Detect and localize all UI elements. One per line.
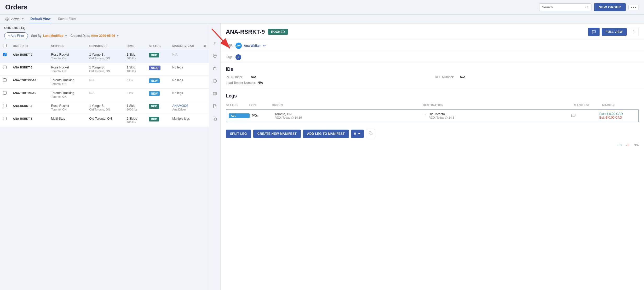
dims-weight: 500 lbs [127,57,136,60]
load-tender-value: N/A [258,81,263,85]
app-title: Orders [5,3,27,11]
consignee-name: 1 Yonge St [89,104,104,108]
created-chevron-icon: ▼ [117,34,119,37]
svg-point-4 [214,55,215,56]
po-label: PO Number: [226,75,249,79]
copy-leg-button[interactable] [366,129,375,138]
status-badge: BOOKED [268,29,288,35]
row-checkbox[interactable] [3,117,7,120]
order-header-right: FULL VIEW [588,28,639,36]
csr-name[interactable]: Ana Walker [244,44,261,48]
total-na: N/A [634,143,639,147]
sidebar-hash-icon[interactable]: # [211,39,219,48]
order-header-left: ANA-RSRKT-9 BOOKED [226,28,288,35]
manifest-link[interactable]: ANAM0008 [172,104,188,108]
legs-column-headers: STATUS TYPE ORIGIN DESTINATION MANIFEST … [226,102,639,108]
comment-button[interactable] [588,28,600,36]
row-checkbox[interactable] [3,53,7,56]
ref-label: REF Number: [435,75,458,79]
sidebar-location-icon[interactable] [211,52,219,60]
more-vertical-icon [632,30,636,34]
table-row[interactable]: ANA-RSRKT-8 Rose Rocket Toronto, ON 1 Yo… [0,63,209,76]
consignee-name: 1 Yonge St [89,53,104,56]
new-order-button[interactable]: NEW ORDER [594,3,626,11]
search-box[interactable] [539,3,591,11]
sort-chevron-icon: ▼ [65,34,67,37]
table-row[interactable]: ANA-TORTRK-16 Toronto Trucking Toronto, … [0,76,209,89]
shipper-name: Rose Rocket [51,53,69,56]
sidebar-copy-icon[interactable] [211,114,219,123]
po-number-row: PO Number: N/A [226,75,430,79]
tab-default-view[interactable]: Default View [29,15,51,23]
legs-section-title: Legs [226,93,639,99]
orders-header: ORDERS (14) [0,24,209,32]
add-tag-button[interactable]: + [235,54,241,60]
csr-edit-icon[interactable]: ✏ [263,44,266,48]
tab-saved-filter[interactable]: Saved Filter [57,15,77,23]
leg-type: P/D↕ [252,114,273,118]
avatar: AW [235,43,242,49]
more-options-button[interactable] [628,5,639,10]
sidebar-info-icon[interactable] [211,77,219,85]
views-button[interactable]: Views ▼ [5,15,24,23]
table-row[interactable]: ANA-TORTRK-15 Toronto Trucking Toronto, … [0,89,209,101]
chevron-down-icon: ▼ [21,18,24,20]
shipper-name: Rose Rocket [51,66,69,69]
manifest-cell: ANAM0008Ana Driver [169,101,209,114]
created-filter: Created Date: After 2020-05-26 ▼ [71,34,119,38]
table-settings-icon[interactable]: ⊞ [203,44,206,48]
table-row[interactable]: ANA-RSRKT-3 Multi-Stop Old Toronto, ON 2… [0,114,209,127]
leg-margin-neg: Est:-$ 0.00 CAD [599,116,636,119]
split-leg-button[interactable]: SPLIT LEG [226,130,251,138]
full-view-button[interactable]: FULL VIEW [602,28,627,36]
col-man-drv-car: MAN/DRV/CAR ⊞ [169,42,209,50]
svg-rect-17 [370,133,372,135]
legs-section: Legs STATUS TYPE ORIGIN DESTINATION MANI… [221,89,644,129]
po-value: N/A [251,75,256,79]
select-all-checkbox[interactable] [3,44,7,47]
leg-col-manifest: MANIFEST [574,103,600,107]
sidebar-doc-icon[interactable] [211,102,219,110]
sidebar-clipboard-icon[interactable] [211,64,219,73]
ref-number-row: REF Number: N/A [435,75,639,79]
leg-destination: → Old Toronto... REQ: Today @ 14:3 [423,112,569,119]
status-badge: BKD [149,104,159,109]
copy-icon [369,131,372,135]
order-id-cell: ANA-RSRKT-6 [13,104,32,107]
order-id-title: ANA-RSRKT-9 [226,28,265,35]
header-right: NEW ORDER [539,3,639,11]
status-badge: NEW [149,78,160,83]
order-id-cell: ANA-RSRKT-8 [13,66,32,69]
detail-more-button[interactable] [629,28,639,36]
sidebar-arrow-icon[interactable]: → [211,27,219,35]
leg-origin-city: Toronto, ON [275,112,421,116]
add-filter-button[interactable]: + Add Filter [4,32,28,39]
create-manifest-button[interactable]: CREATE NEW MANIFEST [253,130,301,138]
orders-panel: ORDERS (14) + Add Filter Sort By: Last M… [0,24,209,290]
sidebar-barcode-icon[interactable] [211,89,219,98]
dims-weight: 100 lbs [127,69,136,73]
manifest-count-button[interactable]: 0 ▼ [351,130,364,138]
dims-value: 2 Skids [127,117,137,120]
svg-point-15 [634,32,634,32]
orders-table-container: ORDER ID SHIPPER CONSIGNEE DIMS STATUS M… [0,42,209,290]
add-leg-to-manifest-button[interactable]: ADD LEG TO MANIFEST [303,130,349,138]
leg-manifest-value: N/A [571,114,597,118]
row-checkbox[interactable] [3,66,7,69]
created-value[interactable]: After 2020-05-26 [91,34,115,38]
table-row[interactable]: ANA-RSRKT-6 Rose Rocket Toronto, ON 1 Yo… [0,101,209,114]
leg-dest-city: Old Toronto... [429,112,454,116]
row-checkbox[interactable] [3,78,7,82]
status-badge: BKD [149,117,159,121]
sort-value[interactable]: Last Modified [43,34,63,38]
svg-point-3 [7,19,8,20]
views-label: Views [10,17,19,21]
leg-row[interactable]: AVL P/D↕ Toronto, ON REQ: Today @ 14:30 … [226,109,639,122]
leg-col-origin: ORIGIN [272,103,421,107]
table-row[interactable]: ANA-RSRKT-9 Rose Rocket Toronto, ON 1 Yo… [0,50,209,63]
csr-label: CSR: [226,44,233,48]
row-checkbox[interactable] [3,104,7,107]
search-input[interactable] [542,5,584,9]
row-checkbox[interactable] [3,91,7,95]
consignee-na: N/A [89,91,94,95]
